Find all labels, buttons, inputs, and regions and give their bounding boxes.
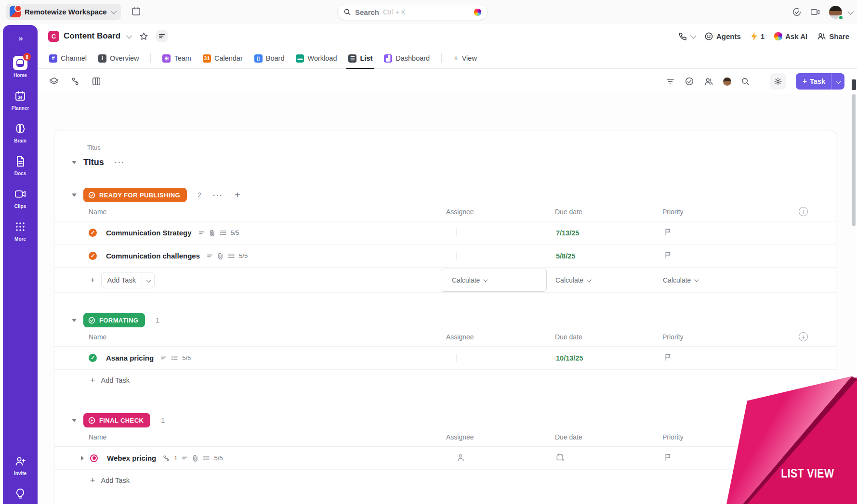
task-check-button[interactable] bbox=[792, 7, 802, 17]
calendar-topbar-button[interactable] bbox=[131, 6, 141, 16]
clip-record-button[interactable] bbox=[810, 7, 820, 17]
plus-icon: + bbox=[453, 54, 459, 63]
search-tasks-button[interactable] bbox=[741, 77, 750, 86]
task-status-icon[interactable]: ✓ bbox=[89, 354, 97, 362]
task-status-icon[interactable]: ✓ bbox=[89, 229, 97, 237]
empty-assignee-icon[interactable] bbox=[457, 455, 465, 463]
description-button[interactable] bbox=[156, 30, 168, 42]
task-button-chevron[interactable] bbox=[831, 77, 844, 86]
empty-due-date-icon[interactable] bbox=[555, 455, 565, 463]
workspace-switcher[interactable]: Remotewize Workspace bbox=[6, 4, 121, 20]
add-column-button[interactable]: + bbox=[799, 432, 808, 441]
priority-flag-icon[interactable] bbox=[662, 228, 783, 238]
status-badge[interactable]: FINAL CHECK bbox=[83, 413, 150, 427]
section-collapse-toggle[interactable] bbox=[72, 319, 77, 322]
add-column-button[interactable]: + bbox=[799, 332, 808, 341]
subtasks-button[interactable] bbox=[70, 77, 80, 86]
add-task-button-row[interactable]: + Add Task bbox=[54, 470, 836, 491]
account-chevron-icon[interactable] bbox=[848, 8, 854, 14]
agents-button[interactable]: Agents bbox=[704, 32, 741, 41]
text-lines-icon bbox=[158, 33, 165, 39]
task-row[interactable]: Webex pricing 1 5/5 bbox=[54, 447, 836, 470]
user-avatar[interactable] bbox=[829, 6, 842, 19]
assignee-avatar[interactable] bbox=[456, 228, 457, 237]
ai-spark-icon[interactable] bbox=[474, 9, 481, 16]
checklist-progress: 5/5 bbox=[231, 229, 239, 236]
due-date[interactable]: 5/8/25 bbox=[555, 252, 662, 260]
add-task-split-button[interactable]: Add Task bbox=[101, 272, 155, 288]
priority-flag-icon[interactable] bbox=[662, 453, 783, 463]
tab-calendar[interactable]: 31 Calendar bbox=[203, 48, 243, 68]
scrollbar-thumb[interactable] bbox=[852, 94, 856, 226]
status-badge[interactable]: FORMATING bbox=[83, 313, 145, 327]
description-icon bbox=[198, 230, 205, 236]
sidebar-item-planner[interactable]: 26 Planner bbox=[3, 89, 38, 111]
due-date[interactable]: 7/13/25 bbox=[555, 229, 662, 237]
add-task-button[interactable]: +Task bbox=[796, 73, 844, 90]
assignees-filter-button[interactable] bbox=[704, 77, 713, 86]
task-row[interactable]: ✓ Communication Strategy 5/5 7/13/25 bbox=[54, 221, 836, 245]
calculate-assignee-cell[interactable]: Calculate bbox=[441, 269, 547, 292]
scrollbar-button[interactable] bbox=[852, 79, 856, 90]
calculate-due-cell[interactable]: Calculate bbox=[555, 268, 590, 293]
sidebar-item-help[interactable] bbox=[13, 487, 27, 501]
group-by-button[interactable] bbox=[49, 77, 59, 86]
call-chevron-icon bbox=[690, 32, 697, 39]
add-column-button[interactable]: + bbox=[799, 207, 808, 216]
group-collapse-toggle[interactable] bbox=[72, 161, 77, 164]
sidebar-item-invite[interactable]: Invite bbox=[13, 454, 27, 476]
call-button[interactable] bbox=[678, 32, 695, 41]
status-badge[interactable]: READY FOR PUBLISHING bbox=[83, 188, 187, 202]
check-circle-icon bbox=[685, 77, 694, 86]
status-section-final-check: FINAL CHECK 1 Name Assignee Due date Pri… bbox=[54, 413, 836, 491]
filter-button[interactable] bbox=[666, 77, 675, 86]
expand-subtasks-icon[interactable] bbox=[81, 456, 84, 461]
me-filter-avatar[interactable] bbox=[723, 78, 731, 86]
sidebar-item-clips[interactable]: Clips bbox=[3, 187, 38, 209]
assignee-avatar[interactable] bbox=[456, 353, 457, 362]
title-chevron-icon[interactable] bbox=[126, 32, 132, 39]
priority-flag-icon[interactable] bbox=[662, 251, 783, 261]
tab-workload[interactable]: ▬ Workload bbox=[296, 48, 337, 68]
task-status-icon[interactable]: ✓ bbox=[89, 252, 97, 260]
plus-icon[interactable]: + bbox=[90, 276, 95, 284]
tab-board[interactable]: ▯ Board bbox=[254, 48, 285, 68]
view-tabs: # Channel i Overview ⊞ Team 31 Calendar … bbox=[38, 48, 857, 69]
status-section-formating: FORMATING 1 Name Assignee Due date Prior… bbox=[54, 313, 836, 391]
section-collapse-toggle[interactable] bbox=[72, 419, 77, 422]
priority-flag-icon[interactable] bbox=[662, 353, 783, 363]
sidebar-item-more[interactable]: More bbox=[3, 220, 38, 242]
tab-list[interactable]: ☰ List bbox=[348, 48, 372, 68]
sidebar-item-brain[interactable]: Brain bbox=[3, 121, 38, 143]
tab-overview[interactable]: i Overview bbox=[98, 48, 139, 68]
task-row[interactable]: ✓ Communication challenges 5/5 5/8/25 bbox=[54, 245, 836, 268]
section-collapse-toggle[interactable] bbox=[72, 194, 77, 197]
sidebar-item-home[interactable]: 8 Home bbox=[3, 56, 38, 78]
due-date[interactable]: 10/13/25 bbox=[555, 354, 662, 362]
group-menu-button[interactable]: ··· bbox=[115, 158, 125, 167]
section-menu-button[interactable]: ··· bbox=[213, 191, 223, 199]
assignee-avatar[interactable] bbox=[456, 251, 457, 260]
calculate-priority-cell[interactable]: Calculate bbox=[663, 268, 698, 293]
tab-team[interactable]: ⊞ Team bbox=[162, 48, 191, 68]
view-settings-button[interactable] bbox=[770, 73, 786, 90]
task-status-icon[interactable] bbox=[90, 454, 98, 462]
sidebar-expand-button[interactable]: » bbox=[18, 34, 22, 43]
ask-ai-button[interactable]: Ask AI bbox=[774, 32, 807, 40]
task-row[interactable]: ✓ Asana pricing 5/5 10/13/25 bbox=[54, 347, 836, 370]
tab-dashboard[interactable]: ▟ Dashboard bbox=[384, 48, 430, 68]
task-count: 1 bbox=[156, 316, 159, 324]
tab-channel[interactable]: # Channel bbox=[49, 48, 87, 68]
search-input[interactable]: Search Ctrl + K bbox=[337, 4, 488, 20]
sidebar-item-docs[interactable]: Docs bbox=[3, 154, 38, 176]
add-task-button-row[interactable]: + Add Task bbox=[54, 370, 836, 391]
section-add-button[interactable]: + bbox=[235, 190, 240, 200]
share-button[interactable]: Share bbox=[817, 32, 849, 41]
clips-icon bbox=[14, 189, 26, 199]
favorite-button[interactable] bbox=[139, 32, 148, 41]
columns-button[interactable] bbox=[92, 77, 101, 86]
automation-usage[interactable]: 1 bbox=[751, 32, 765, 40]
checklist-progress: 5/5 bbox=[182, 354, 191, 362]
tab-add-view[interactable]: + View bbox=[453, 48, 477, 68]
closed-tasks-button[interactable] bbox=[685, 77, 694, 86]
